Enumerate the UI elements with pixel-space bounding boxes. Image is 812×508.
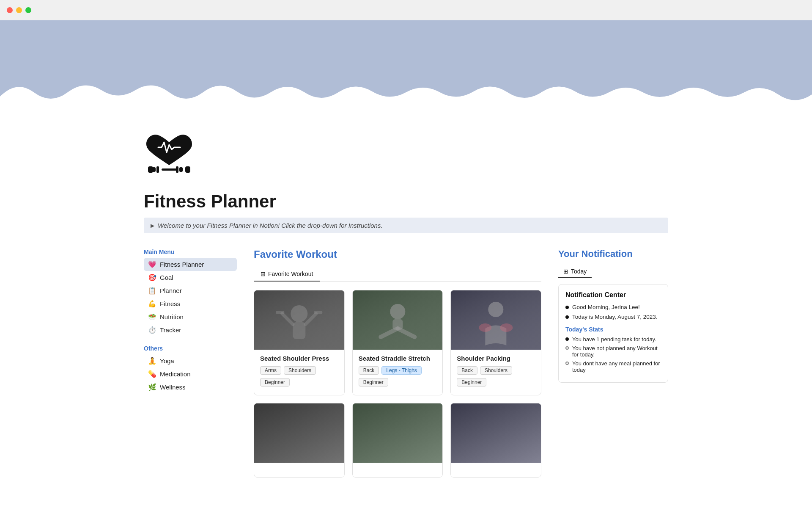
stats-text-2: You have not planned any Workout for tod…	[572, 345, 661, 358]
today-stats-title: Today's Stats	[565, 326, 661, 333]
sidebar-icon-goal: 🎯	[148, 273, 156, 282]
sidebar-item-planner[interactable]: 📋 Planner	[144, 284, 237, 297]
workout-card-title-3: Shoulder Packing	[457, 355, 535, 362]
notif-greeting-text: Good Morning, Jerina Lee!	[572, 304, 640, 310]
tab-today[interactable]: ⊞ Today	[558, 265, 592, 278]
svg-point-9	[291, 305, 307, 322]
tag-back-3: Back	[457, 366, 477, 375]
workout-level-tags-1: Beginner	[260, 378, 338, 387]
svg-point-24	[479, 323, 492, 332]
main-layout: Main Menu 💗 Fitness Planner 🎯 Goal 📋 Pla…	[144, 248, 668, 478]
svg-rect-13	[276, 311, 284, 314]
workout-card-6[interactable]	[450, 403, 541, 478]
sidebar-icon-tracker: ⏱️	[148, 326, 156, 334]
notif-date-text: Today is Monday, August 7, 2023.	[572, 314, 658, 320]
workout-card-body-1: Seated Shoulder Press Arms Shoulders Beg…	[254, 350, 344, 395]
workout-card-body-2: Seated Straddle Stretch Back Legs - Thig…	[353, 350, 443, 395]
sidebar-label-planner: Planner	[160, 287, 182, 294]
sidebar-item-medication[interactable]: 💊 Medication	[144, 367, 237, 381]
workout-card-body-3: Shoulder Packing Back Shoulders Beginner	[451, 350, 541, 395]
notif-item-greeting: Good Morning, Jerina Lee!	[565, 304, 661, 310]
sidebar-item-goal[interactable]: 🎯 Goal	[144, 271, 237, 284]
tag-legs-thighs: Legs - Thighs	[381, 366, 422, 375]
welcome-callout[interactable]: ▶ Welcome to your Fitness Planner in Not…	[144, 218, 668, 233]
notification-panel: Your Notification ⊞ Today Notification C…	[558, 248, 668, 383]
sidebar-icon-fitness2: 💪	[148, 300, 156, 308]
tag-beginner-2: Beginner	[359, 378, 388, 387]
stats-item-3: You dont have any meal planned for today	[565, 360, 661, 373]
minimize-button[interactable]	[16, 7, 22, 13]
notification-tabs: ⊞ Today	[558, 265, 668, 278]
stats-item-2: You have not planned any Workout for tod…	[565, 345, 661, 358]
page-content: Fitness Planner ▶ Welcome to your Fitnes…	[110, 113, 702, 478]
workout-cards-grid: Seated Shoulder Press Arms Shoulders Beg…	[254, 290, 541, 478]
sidebar-item-nutrition[interactable]: 🥗 Nutrition	[144, 310, 237, 323]
sidebar-divider	[144, 337, 237, 345]
svg-rect-10	[293, 322, 305, 339]
svg-rect-0	[162, 168, 177, 171]
workout-card-image-4	[254, 403, 344, 463]
logo-area	[144, 113, 668, 191]
sidebar-icon-planner: 📋	[148, 287, 156, 295]
sidebar-item-tracker[interactable]: ⏱️ Tracker	[144, 323, 237, 337]
tag-beginner-3: Beginner	[457, 378, 486, 387]
tag-arms: Arms	[260, 366, 281, 375]
welcome-text: Welcome to your Fitness Planner in Notio…	[158, 222, 383, 229]
workout-card-body-6	[451, 463, 541, 477]
tab-favorite-workout[interactable]: ⊞ Favorite Workout	[254, 267, 320, 282]
workout-card-straddle[interactable]: Seated Straddle Stretch Back Legs - Thig…	[352, 290, 443, 395]
sidebar-icon-yoga: 🧘	[148, 357, 156, 365]
workout-card-title-1: Seated Shoulder Press	[260, 355, 338, 362]
workout-card-4[interactable]	[254, 403, 345, 478]
sidebar-label-fitness: Fitness Planner	[160, 261, 204, 268]
notification-title: Your Notification	[558, 248, 668, 260]
sidebar-item-yoga[interactable]: 🧘 Yoga	[144, 354, 237, 367]
svg-point-25	[500, 323, 513, 332]
workout-card-shoulder-press[interactable]: Seated Shoulder Press Arms Shoulders Beg…	[254, 290, 345, 395]
stats-text-3: You dont have any meal planned for today	[572, 360, 661, 373]
stats-item-1: You have 1 pending task for today.	[565, 336, 661, 342]
sidebar-label-yoga: Yoga	[160, 357, 174, 364]
sidebar-label-fitness2: Fitness	[160, 300, 180, 307]
page-title: Fitness Planner	[144, 191, 668, 212]
hero-banner	[0, 20, 812, 113]
workout-card-image-1	[254, 290, 344, 350]
workout-card-image-6	[451, 403, 541, 463]
sidebar-item-fitness[interactable]: 💪 Fitness	[144, 297, 237, 310]
close-button[interactable]	[7, 7, 13, 13]
svg-point-17	[390, 304, 405, 319]
titlebar	[0, 0, 812, 20]
stats-dot-3	[565, 362, 569, 365]
svg-rect-14	[314, 311, 322, 314]
sidebar-item-fitness-planner[interactable]: 💗 Fitness Planner	[144, 258, 237, 271]
svg-point-23	[488, 302, 504, 317]
sidebar-icon-nutrition: 🥗	[148, 313, 156, 321]
sidebar-icon-wellness: 🌿	[148, 383, 156, 391]
sidebar: Main Menu 💗 Fitness Planner 🎯 Goal 📋 Pla…	[144, 248, 237, 394]
main-content: Favorite Workout ⊞ Favorite Workout	[254, 248, 541, 478]
workout-card-image-3	[451, 290, 541, 350]
workout-tabs: ⊞ Favorite Workout	[254, 267, 541, 282]
sidebar-item-wellness[interactable]: 🌿 Wellness	[144, 381, 237, 394]
workout-level-tags-3: Beginner	[457, 378, 535, 387]
tab-label: Favorite Workout	[268, 271, 313, 277]
workout-tags-1: Arms Shoulders	[260, 366, 338, 375]
workout-card-shoulder-packing[interactable]: Shoulder Packing Back Shoulders Beginner	[450, 290, 541, 395]
workout-card-5[interactable]	[352, 403, 443, 478]
workout-card-body-4	[254, 463, 344, 477]
maximize-button[interactable]	[25, 7, 31, 13]
sidebar-label-tracker: Tracker	[160, 326, 181, 334]
sidebar-label-wellness: Wellness	[160, 384, 186, 391]
notif-tab-icon: ⊞	[563, 268, 568, 275]
notification-card-title: Notification Center	[565, 291, 661, 299]
notif-dot-2	[565, 315, 569, 319]
stats-dot-1	[565, 337, 569, 341]
tag-beginner-1: Beginner	[260, 378, 290, 387]
svg-rect-29	[353, 403, 443, 463]
notif-dot-1	[565, 306, 569, 309]
stats-text-1: You have 1 pending task for today.	[572, 336, 656, 342]
notif-tab-label: Today	[571, 268, 587, 275]
sidebar-label-medication: Medication	[160, 370, 191, 378]
stats-dot-2	[565, 346, 569, 350]
svg-rect-27	[254, 403, 344, 463]
